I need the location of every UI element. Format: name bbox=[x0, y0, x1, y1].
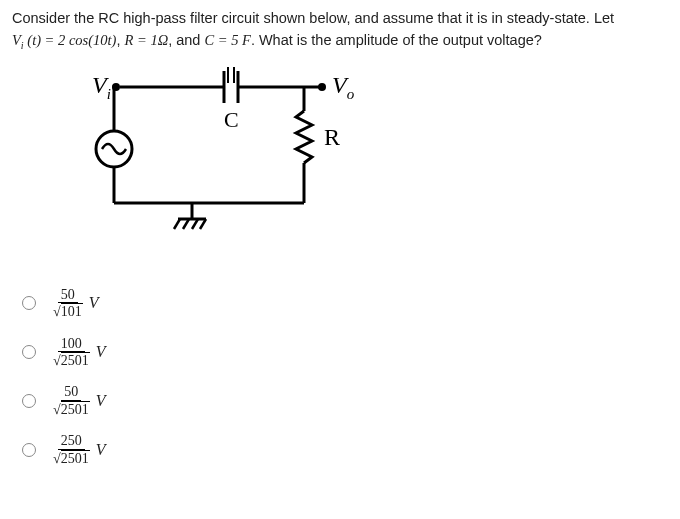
option-2-fraction: 100 √2501 bbox=[50, 336, 93, 369]
option-1-fraction: 50 √101 bbox=[50, 287, 86, 320]
option-3-fraction: 50 √2501 bbox=[50, 384, 93, 417]
radio-icon[interactable] bbox=[22, 443, 36, 457]
option-1-unit: V bbox=[89, 294, 99, 312]
eq-c: C = 5 F bbox=[204, 32, 250, 48]
label-vi: Vi bbox=[92, 72, 111, 102]
answer-options: 50 √101 V 100 √2501 V 50 √2501 V 250 √25… bbox=[22, 287, 668, 466]
question-text: Consider the RC high-pass filter circuit… bbox=[12, 8, 668, 53]
eq-vi: Vi (t) = 2 cos(10t) bbox=[12, 32, 116, 48]
radio-icon[interactable] bbox=[22, 296, 36, 310]
option-3-unit: V bbox=[96, 392, 106, 410]
label-vo: Vo bbox=[332, 72, 355, 102]
svg-point-1 bbox=[318, 83, 326, 91]
option-4-unit: V bbox=[96, 441, 106, 459]
label-r: R bbox=[324, 124, 340, 150]
option-2[interactable]: 100 √2501 V bbox=[22, 336, 668, 369]
radio-icon[interactable] bbox=[22, 345, 36, 359]
option-2-unit: V bbox=[96, 343, 106, 361]
option-4[interactable]: 250 √2501 V bbox=[22, 433, 668, 466]
circuit-diagram: Vi C Vo R bbox=[52, 63, 668, 267]
eq-r: R = 1Ω bbox=[125, 32, 169, 48]
option-1[interactable]: 50 √101 V bbox=[22, 287, 668, 320]
option-3[interactable]: 50 √2501 V bbox=[22, 384, 668, 417]
option-4-fraction: 250 √2501 bbox=[50, 433, 93, 466]
question-line1: Consider the RC high-pass filter circuit… bbox=[12, 10, 614, 26]
label-c: C bbox=[224, 107, 239, 132]
radio-icon[interactable] bbox=[22, 394, 36, 408]
